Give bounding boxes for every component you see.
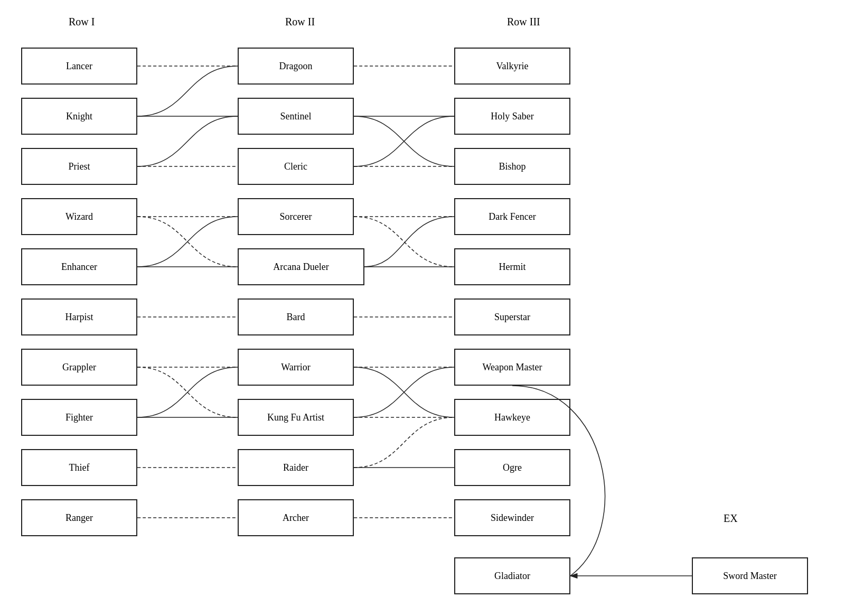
job-arcana[interactable]: Arcana Dueler [238, 248, 364, 285]
job-weaponmaster[interactable]: Weapon Master [454, 349, 570, 386]
job-wizard[interactable]: Wizard [21, 198, 137, 235]
job-bard[interactable]: Bard [238, 298, 354, 335]
job-raider[interactable]: Raider [238, 449, 354, 486]
job-ogre[interactable]: Ogre [454, 449, 570, 486]
ex-label: EX [724, 512, 738, 525]
job-gladiator[interactable]: Gladiator [454, 557, 570, 594]
job-knight[interactable]: Knight [21, 98, 137, 135]
job-thief[interactable]: Thief [21, 449, 137, 486]
job-swordmaster[interactable]: Sword Master [692, 557, 808, 594]
row1-label: Row I [69, 16, 95, 28]
job-fighter[interactable]: Fighter [21, 399, 137, 436]
job-warrior[interactable]: Warrior [238, 349, 354, 386]
job-priest[interactable]: Priest [21, 148, 137, 185]
job-grappler[interactable]: Grappler [21, 349, 137, 386]
job-kungfu[interactable]: Kung Fu Artist [238, 399, 354, 436]
job-sentinel[interactable]: Sentinel [238, 98, 354, 135]
job-cleric[interactable]: Cleric [238, 148, 354, 185]
job-harpist[interactable]: Harpist [21, 298, 137, 335]
job-enhancer[interactable]: Enhancer [21, 248, 137, 285]
job-sorcerer[interactable]: Sorcerer [238, 198, 354, 235]
job-archer[interactable]: Archer [238, 499, 354, 536]
job-lancer[interactable]: Lancer [21, 48, 137, 85]
job-dragoon[interactable]: Dragoon [238, 48, 354, 85]
row2-label: Row II [285, 16, 315, 28]
job-holysaber[interactable]: Holy Saber [454, 98, 570, 135]
job-superstar[interactable]: Superstar [454, 298, 570, 335]
job-ranger[interactable]: Ranger [21, 499, 137, 536]
job-hermit[interactable]: Hermit [454, 248, 570, 285]
job-bishop[interactable]: Bishop [454, 148, 570, 185]
row3-label: Row III [507, 16, 540, 28]
job-hawkeye[interactable]: Hawkeye [454, 399, 570, 436]
job-darkfencer[interactable]: Dark Fencer [454, 198, 570, 235]
job-sidewinder[interactable]: Sidewinder [454, 499, 570, 536]
job-valkyrie[interactable]: Valkyrie [454, 48, 570, 85]
